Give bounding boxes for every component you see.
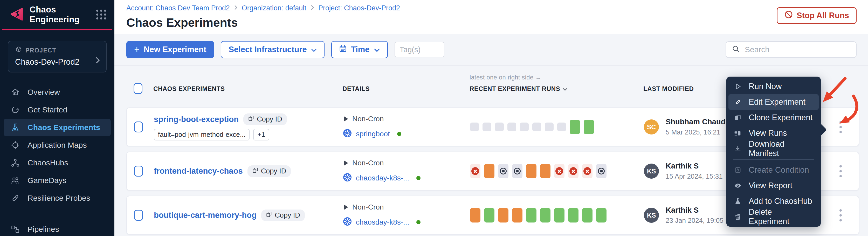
run-status-none[interactable]	[532, 122, 541, 131]
time-label: Time	[351, 45, 370, 54]
project-label: PROJECT	[25, 47, 56, 54]
row-options-kebab-button[interactable]	[832, 159, 849, 183]
run-status-failed[interactable]	[470, 164, 480, 178]
menu-item-clone-experiment[interactable]: Clone Experiment	[726, 110, 821, 125]
run-status-passed[interactable]	[596, 208, 607, 223]
run-status-failed[interactable]	[568, 164, 579, 178]
run-status-none[interactable]	[557, 122, 566, 131]
sidebar-item-label: Pipelines	[28, 225, 59, 234]
row-checkbox[interactable]	[134, 210, 143, 221]
network-icon	[10, 158, 21, 168]
row-options-kebab-button[interactable]	[832, 115, 849, 140]
run-status-stopped[interactable]	[498, 164, 508, 178]
lock-icon	[733, 166, 742, 174]
experiment-name-link[interactable]: frontend-latency-chaos	[154, 167, 243, 176]
run-status-none[interactable]	[495, 122, 504, 131]
run-status-running[interactable]	[484, 164, 494, 178]
run-status-failed[interactable]	[554, 164, 564, 178]
probe-icon	[10, 194, 21, 203]
experiment-name-link[interactable]: boutique-cart-memory-hog	[154, 211, 256, 220]
sidebar-item-chaos-experiments[interactable]: Chaos Experiments	[4, 119, 111, 136]
run-status-passed[interactable]	[582, 208, 592, 223]
sidebar-item-application-maps[interactable]: Application Maps	[4, 136, 111, 154]
select-infrastructure-dropdown[interactable]: Select Infrastructure	[221, 41, 324, 58]
run-status-passed[interactable]	[568, 208, 579, 223]
run-status-none[interactable]	[470, 122, 479, 131]
non-cron-icon	[344, 160, 348, 166]
more-tags-chip[interactable]: +1	[253, 129, 269, 141]
sidebar-item-overview[interactable]: Overview	[4, 83, 111, 101]
select-all-checkbox[interactable]	[133, 83, 143, 94]
run-status-none[interactable]	[520, 122, 529, 131]
menu-item-edit-experiment[interactable]: Edit Experiment	[728, 94, 819, 110]
kubernetes-icon	[343, 217, 352, 228]
project-selector[interactable]: PROJECT Chaos-Dev-Prod2	[8, 41, 106, 72]
run-status-passed[interactable]	[584, 120, 594, 134]
accent-divider	[2, 29, 112, 30]
run-status-passed[interactable]	[554, 208, 564, 223]
run-status-passed[interactable]	[484, 208, 494, 223]
run-status-passed[interactable]	[526, 208, 536, 223]
menu-item-delete-experiment[interactable]: Delete Experiment	[726, 209, 821, 225]
infrastructure-link[interactable]: springboot	[356, 130, 390, 138]
search-input[interactable]	[745, 45, 850, 54]
copy-id-button[interactable]: Copy ID	[261, 209, 305, 221]
run-status-stopped[interactable]	[512, 164, 523, 178]
column-header-recent-runs[interactable]: RECENT EXPERIMENT RUNS	[469, 85, 643, 94]
sidebar-item-pipelines[interactable]: Pipelines	[4, 220, 111, 236]
run-status-passed[interactable]	[540, 208, 551, 223]
run-status-stopped[interactable]	[596, 164, 607, 178]
tags-filter-input[interactable]	[395, 42, 444, 57]
sidebar-item-gamedays[interactable]: GameDays	[4, 172, 111, 189]
menu-item-download-manifest[interactable]: Download Manifest	[726, 141, 821, 156]
non-cron-icon	[344, 205, 348, 210]
infrastructure-link[interactable]: chaosday-k8s-...	[356, 174, 409, 182]
row-checkbox[interactable]	[134, 166, 143, 177]
menu-item-view-runs[interactable]: View Runs	[726, 125, 821, 141]
page-title: Chaos Experiments	[126, 16, 857, 30]
breadcrumb-organization-link[interactable]: Organization: default	[242, 4, 306, 12]
sidebar-item-resilience-probes[interactable]: Resilience Probes	[4, 189, 111, 207]
sidebar-item-get-started[interactable]: Get Started	[4, 101, 111, 119]
row-checkbox[interactable]	[134, 121, 143, 132]
new-experiment-button[interactable]: + New Experiment	[126, 41, 214, 58]
search-icon	[732, 45, 740, 54]
run-status-running[interactable]	[470, 208, 480, 223]
clone-icon	[733, 114, 742, 121]
breadcrumb-project-link[interactable]: Project: Chaos-Dev-Prod2	[318, 4, 400, 12]
experiment-name-link[interactable]: spring-boot-exception	[154, 115, 239, 124]
breadcrumb-account-link[interactable]: Account: Chaos Dev Team Prod2	[126, 4, 230, 12]
menu-item-run-now[interactable]: Run Now	[726, 79, 821, 94]
sidebar-item-label: Overview	[28, 88, 60, 96]
run-status-failed[interactable]	[582, 164, 592, 178]
flask-filled-icon	[733, 197, 742, 205]
page-header: Account: Chaos Dev Team Prod2 Organizati…	[115, 0, 868, 34]
run-status-running[interactable]	[540, 164, 551, 178]
module-grid-icon[interactable]	[96, 9, 106, 20]
copy-id-button[interactable]: Copy ID	[247, 166, 291, 177]
run-status-none[interactable]	[483, 122, 491, 131]
run-status-running[interactable]	[526, 164, 536, 178]
recent-runs-strip	[470, 120, 644, 134]
run-status-none[interactable]	[507, 122, 516, 131]
schedule-type: Non-Cron	[352, 115, 384, 123]
run-status-none[interactable]	[545, 122, 554, 131]
play-icon	[733, 83, 742, 90]
run-status-running[interactable]	[512, 208, 523, 223]
menu-item-view-report[interactable]: View Report	[726, 178, 821, 194]
runs-order-note: latest one on right side →	[469, 74, 643, 81]
copy-id-button[interactable]: Copy ID	[243, 114, 287, 125]
row-options-kebab-button[interactable]	[832, 203, 849, 228]
infrastructure-link[interactable]: chaosday-k8s-...	[356, 218, 409, 227]
menu-item-add-to-chaoshub[interactable]: Add to ChaosHub	[726, 194, 821, 209]
run-status-passed[interactable]	[570, 120, 580, 134]
run-status-running[interactable]	[498, 208, 508, 223]
sidebar-item-chaoshubs[interactable]: ChaosHubs	[4, 154, 111, 172]
time-filter-dropdown[interactable]: Time	[331, 41, 388, 58]
modified-by-name: Karthik S	[665, 206, 723, 214]
breadcrumb: Account: Chaos Dev Team Prod2 Organizati…	[126, 4, 857, 12]
select-infrastructure-label: Select Infrastructure	[228, 45, 307, 54]
stop-all-runs-button[interactable]: Stop All Runs	[777, 7, 857, 24]
toolbar: + New Experiment Select Infrastructure T…	[115, 34, 868, 66]
search-box[interactable]	[725, 41, 857, 58]
